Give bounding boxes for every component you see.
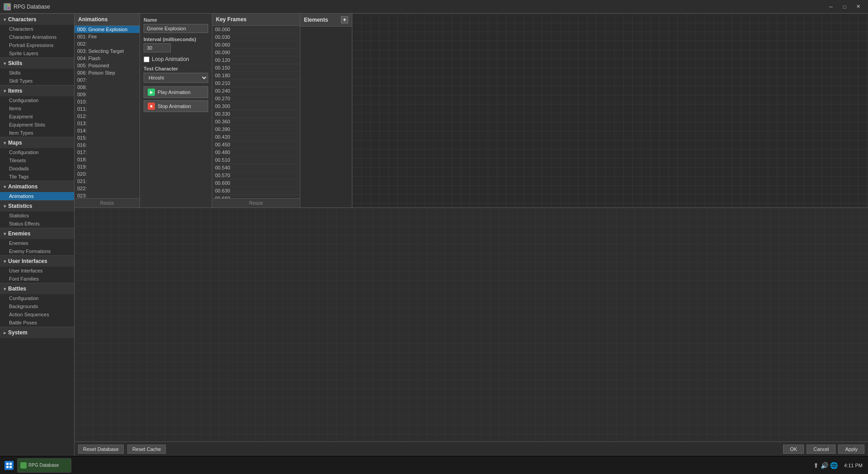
animations-list-resize[interactable]: Resize: [75, 198, 140, 207]
ok-button[interactable]: OK: [783, 445, 804, 454]
sidebar-item-portrait-expressions[interactable]: Portrait Expressions: [0, 41, 74, 49]
list-item[interactable]: 006: Poison Step: [75, 69, 140, 76]
list-item[interactable]: 019:: [75, 163, 140, 170]
list-item[interactable]: 021:: [75, 178, 140, 185]
sidebar-item-items[interactable]: Items: [0, 104, 74, 113]
interval-input[interactable]: [144, 43, 171, 52]
list-item[interactable]: 023:: [75, 192, 140, 198]
keyframe-item[interactable]: 00.540: [212, 164, 300, 172]
apply-button[interactable]: Apply: [838, 445, 864, 454]
keyframe-item[interactable]: 00.450: [212, 141, 300, 149]
sidebar-item-item-types[interactable]: Item Types: [0, 129, 74, 137]
sidebar-item-status-effects[interactable]: Status Effects: [0, 220, 74, 228]
list-item[interactable]: 020:: [75, 170, 140, 178]
list-item[interactable]: 007:: [75, 76, 140, 84]
sidebar-section-skills[interactable]: ▾ Skills: [0, 57, 74, 69]
reset-database-button[interactable]: Reset Database: [78, 445, 124, 454]
sidebar-section-maps[interactable]: ▾ Maps: [0, 137, 74, 148]
sidebar-item-animations[interactable]: Animations: [0, 192, 74, 200]
sidebar-section-characters[interactable]: ▾ Characters: [0, 14, 74, 25]
cancel-button[interactable]: Cancel: [807, 445, 835, 454]
sidebar-section-statistics[interactable]: ▾ Statistics: [0, 200, 74, 211]
sidebar-section-items[interactable]: ▾ Items: [0, 85, 74, 96]
add-element-button[interactable]: +: [341, 16, 348, 23]
sidebar-item-backgrounds[interactable]: Backgrounds: [0, 302, 74, 310]
list-item[interactable]: 014:: [75, 127, 140, 134]
list-item[interactable]: 016:: [75, 141, 140, 149]
sidebar-section-animations[interactable]: ▾ Animations: [0, 181, 74, 192]
sidebar-item-tilesets[interactable]: Tilesets: [0, 156, 74, 164]
keyframe-item[interactable]: 00.330: [212, 110, 300, 118]
keyframe-item[interactable]: 00.390: [212, 126, 300, 133]
character-select[interactable]: Hiroshi: [144, 73, 208, 83]
sidebar-item-doodads[interactable]: Doodads: [0, 164, 74, 173]
list-item[interactable]: 002:: [75, 40, 140, 47]
sidebar-item-battle-poses[interactable]: Battle Poses: [0, 319, 74, 327]
sidebar-item-enemy-formations[interactable]: Enemy Formations: [0, 247, 74, 255]
stop-animation-button[interactable]: ■ Stop Animation: [144, 100, 208, 112]
keyframe-item[interactable]: 00.510: [212, 156, 300, 164]
list-item[interactable]: 017:: [75, 149, 140, 156]
sidebar-section-battles[interactable]: ▾ Battles: [0, 283, 74, 294]
sidebar-section-user-interfaces[interactable]: ▾ User Interfaces: [0, 255, 74, 267]
keyframe-item[interactable]: 00.120: [212, 56, 300, 64]
keyframe-item[interactable]: 00.240: [212, 87, 300, 95]
keyframe-item[interactable]: 00.030: [212, 33, 300, 41]
list-item[interactable]: 001: Fire: [75, 33, 140, 40]
list-item[interactable]: 012:: [75, 113, 140, 120]
keyframe-item[interactable]: 00.420: [212, 133, 300, 141]
sidebar-item-items-config[interactable]: Configuration: [0, 96, 74, 104]
keyframe-item[interactable]: 00.300: [212, 103, 300, 110]
keyframe-item[interactable]: 00.660: [212, 195, 300, 198]
keyframe-item[interactable]: 00.270: [212, 95, 300, 103]
sidebar-item-tile-tags[interactable]: Tile Tags: [0, 173, 74, 181]
list-item[interactable]: 015:: [75, 134, 140, 141]
close-button[interactable]: ✕: [852, 2, 864, 11]
sidebar-section-system[interactable]: ▸ System: [0, 327, 74, 338]
sidebar-item-enemies[interactable]: Enemies: [0, 239, 74, 247]
sidebar-item-skill-types[interactable]: Skill Types: [0, 77, 74, 85]
keyframes-resize[interactable]: Resize: [212, 198, 300, 207]
sidebar-item-font-families[interactable]: Font Families: [0, 275, 74, 283]
minimize-button[interactable]: ─: [825, 2, 837, 11]
sidebar-item-user-interfaces[interactable]: User Interfaces: [0, 267, 74, 275]
name-input[interactable]: [144, 24, 208, 33]
list-item[interactable]: 003: Selecting Target: [75, 47, 140, 55]
sidebar-item-equipment-slots[interactable]: Equipment Slots: [0, 121, 74, 129]
keyframe-item[interactable]: 00.000: [212, 26, 300, 33]
play-animation-button[interactable]: ▶ Play Animation: [144, 86, 208, 98]
sidebar-item-maps-config[interactable]: Configuration: [0, 148, 74, 156]
sidebar-item-characters[interactable]: Characters: [0, 25, 74, 33]
keyframe-item[interactable]: 00.360: [212, 118, 300, 126]
taskbar-start-icon[interactable]: [2, 458, 16, 473]
keyframe-item[interactable]: 00.150: [212, 64, 300, 72]
keyframe-item[interactable]: 00.060: [212, 41, 300, 49]
keyframe-item[interactable]: 00.090: [212, 49, 300, 56]
list-item[interactable]: 008:: [75, 84, 140, 91]
sidebar-item-character-animations[interactable]: Character Animations: [0, 33, 74, 41]
list-item[interactable]: 011:: [75, 105, 140, 113]
list-item[interactable]: 009:: [75, 91, 140, 98]
keyframe-item[interactable]: 00.180: [212, 72, 300, 80]
list-item[interactable]: 010:: [75, 98, 140, 105]
sidebar-item-sprite-layers[interactable]: Sprite Layers: [0, 49, 74, 57]
keyframe-item[interactable]: 00.480: [212, 149, 300, 156]
keyframe-item[interactable]: 00.600: [212, 179, 300, 187]
list-item[interactable]: 000: Gnome Explosion: [75, 26, 140, 33]
keyframe-item[interactable]: 00.210: [212, 80, 300, 87]
keyframe-item[interactable]: 00.630: [212, 187, 300, 195]
sidebar-item-statistics[interactable]: Statistics: [0, 211, 74, 220]
reset-cache-button[interactable]: Reset Cache: [127, 445, 166, 454]
sidebar-item-equipment[interactable]: Equipment: [0, 113, 74, 121]
keyframe-item[interactable]: 00.570: [212, 172, 300, 179]
list-item[interactable]: 018:: [75, 156, 140, 163]
sidebar-section-enemies[interactable]: ▾ Enemies: [0, 228, 74, 239]
loop-animation-checkbox[interactable]: [144, 56, 149, 62]
sidebar-item-skills[interactable]: Skills: [0, 69, 74, 77]
list-item[interactable]: 013:: [75, 120, 140, 127]
list-item[interactable]: 004: Flash: [75, 55, 140, 62]
list-item[interactable]: 022:: [75, 185, 140, 192]
maximize-button[interactable]: □: [838, 2, 851, 11]
sidebar-item-action-sequences[interactable]: Action Sequences: [0, 310, 74, 319]
taskbar-rpg-icon[interactable]: RPG Database: [17, 458, 71, 473]
